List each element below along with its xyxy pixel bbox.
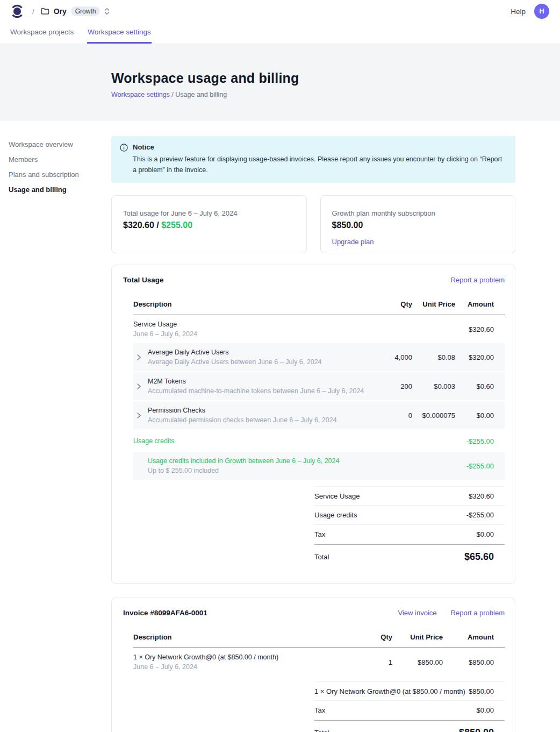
row-qty: 0 xyxy=(382,411,412,420)
col-description: Description xyxy=(133,300,382,308)
chevron-right-icon[interactable] xyxy=(133,383,148,389)
row-title: 1 × Ory Network Growth@0 (at $850.00 / m… xyxy=(133,653,278,661)
col-unit-price: Unit Price xyxy=(392,633,443,641)
col-amount: Amount xyxy=(455,300,494,308)
table-row-m2m-tokens: M2M Tokens Accumulated machine-to-machin… xyxy=(133,372,505,401)
sidebar-item-workspace-overview[interactable]: Workspace overview xyxy=(9,137,100,152)
usage-included-amount: $255.00 xyxy=(161,221,192,230)
row-unit-price: $0.003 xyxy=(412,382,455,390)
summary-row-total: Total $65.60 xyxy=(314,544,505,569)
row-title: M2M Tokens xyxy=(148,378,364,385)
invoice-card: Invoice #8099AFA6-0001 View invoice Repo… xyxy=(111,598,515,732)
row-subtitle: June 6 – July 6, 2024 xyxy=(133,330,197,338)
usage-separator: / xyxy=(154,221,161,230)
row-amount: -$255.00 xyxy=(455,437,494,445)
invoice-summary: 1 × Ory Network Growth@0 (at $850.00 / m… xyxy=(314,681,505,732)
user-avatar[interactable]: H xyxy=(534,4,549,19)
table-row-usage-credits-detail: Usage credits included in Growth between… xyxy=(133,452,505,481)
breadcrumb: Workspace settings / Usage and billing xyxy=(111,91,560,98)
total-value: $850.00 xyxy=(459,727,494,732)
row-unit-price: $0.08 xyxy=(412,353,455,361)
row-title: Usage credits xyxy=(133,437,174,445)
summary-value: $0.00 xyxy=(476,706,494,714)
summary-label: Tax xyxy=(314,706,325,714)
summary-value: -$255.00 xyxy=(466,511,494,519)
summary-value: $0.00 xyxy=(476,530,494,538)
table-row-permission-checks: Permission Checks Accumulated permission… xyxy=(133,401,505,430)
total-usage-card: Total Usage Report a problem Description… xyxy=(111,265,515,584)
total-usage-card-title: Total Usage xyxy=(123,276,164,284)
sidebar-item-plans-and-subscription[interactable]: Plans and subscription xyxy=(9,167,100,182)
total-value: $65.60 xyxy=(464,551,494,563)
view-invoice-link[interactable]: View invoice xyxy=(398,609,437,617)
total-usage-label: Total usage for June 6 – July 6, 2024 xyxy=(123,209,295,217)
row-subtitle: Up to $ 255.00 included xyxy=(148,467,339,474)
row-qty: 4,000 xyxy=(382,353,412,361)
row-subtitle: Accumulated machine-to-machine tokens be… xyxy=(148,387,364,395)
total-usage-summary-card: Total usage for June 6 – July 6, 2024 $3… xyxy=(111,195,307,253)
folder-icon xyxy=(41,8,49,15)
tab-bar: Workspace projects Workspace settings xyxy=(0,23,560,44)
chevron-right-icon[interactable] xyxy=(133,354,148,360)
workspace-name: Ory xyxy=(54,7,67,16)
summary-row-subscription: 1 × Ory Network Growth@0 (at $850.00 / m… xyxy=(314,681,505,701)
row-title: Usage credits included in Growth between… xyxy=(148,457,339,465)
table-row-usage-credits: Usage credits -$255.00 xyxy=(133,430,505,452)
row-subtitle: Accumulated permission checks between Ju… xyxy=(148,416,337,424)
row-amount: $0.00 xyxy=(455,411,494,420)
subscription-summary-card: Growth plan monthly subscription $850.00… xyxy=(320,195,516,253)
row-amount: $850.00 xyxy=(443,658,494,666)
invoice-card-title: Invoice #8099AFA6-0001 xyxy=(123,609,207,617)
breadcrumb-current: / Usage and billing xyxy=(170,91,227,98)
total-usage-value: $320.60 / $255.00 xyxy=(123,221,295,230)
notice-banner: Notice This is a preview feature for dis… xyxy=(111,136,515,183)
col-unit-price: Unit Price xyxy=(412,300,455,308)
total-label: Total xyxy=(314,553,329,561)
breadcrumb-link-workspace-settings[interactable]: Workspace settings xyxy=(111,91,170,98)
col-description: Description xyxy=(133,633,365,641)
row-unit-price: $0.000075 xyxy=(412,411,455,420)
chevron-right-icon[interactable] xyxy=(133,413,148,418)
tab-workspace-settings[interactable]: Workspace settings xyxy=(87,28,152,44)
row-title: Service Usage xyxy=(133,321,197,328)
table-row-service-usage: Service Usage June 6 – July 6, 2024 $320… xyxy=(133,315,505,343)
summary-row-service-usage: Service Usage $320.60 xyxy=(314,486,505,506)
summary-row-usage-credits: Usage credits -$255.00 xyxy=(314,506,505,525)
tab-workspace-projects[interactable]: Workspace projects xyxy=(10,28,74,44)
chevron-up-down-icon[interactable] xyxy=(104,8,110,15)
info-icon xyxy=(120,144,128,175)
ory-logo-icon[interactable] xyxy=(11,4,25,19)
summary-row-tax: Tax $0.00 xyxy=(314,525,505,544)
help-link[interactable]: Help xyxy=(511,8,526,16)
upgrade-plan-link[interactable]: Upgrade plan xyxy=(332,238,374,246)
report-problem-link[interactable]: Report a problem xyxy=(451,609,505,617)
invoice-table-header: Description Qty Unit Price Amount xyxy=(133,629,505,648)
summary-row-tax: Tax $0.00 xyxy=(314,701,505,720)
table-row-average-daily-active-users: Average Daily Active Users Average Daily… xyxy=(133,343,505,372)
summary-label: Tax xyxy=(314,530,325,538)
notice-body: This is a preview feature for displaying… xyxy=(133,154,506,175)
row-qty: 1 xyxy=(365,658,392,666)
sidebar-item-members[interactable]: Members xyxy=(9,152,100,167)
summary-label: 1 × Ory Network Growth@0 (at $850.00 / m… xyxy=(314,687,465,695)
row-qty: 200 xyxy=(382,382,412,390)
row-title: Average Daily Active Users xyxy=(148,349,322,356)
row-subtitle: Average Daily Active Users between June … xyxy=(148,358,322,366)
summary-row-total: Total $850.00 xyxy=(314,720,505,732)
notice-title: Notice xyxy=(133,143,506,151)
summary-value: $850.00 xyxy=(469,687,494,695)
total-label: Total xyxy=(314,729,329,732)
summary-label: Service Usage xyxy=(314,492,360,500)
workspace-switcher[interactable]: Ory Growth xyxy=(41,6,110,16)
invoice-table: Description Qty Unit Price Amount 1 × Or… xyxy=(133,629,505,732)
col-amount: Amount xyxy=(443,633,494,641)
row-amount: $320.00 xyxy=(455,353,494,361)
plan-badge: Growth xyxy=(71,6,100,16)
summary-label: Usage credits xyxy=(314,511,357,519)
sidebar-item-usage-and-billing[interactable]: Usage and billing xyxy=(9,182,100,197)
row-title: Permission Checks xyxy=(148,407,337,414)
subscription-label: Growth plan monthly subscription xyxy=(332,209,504,217)
report-problem-link[interactable]: Report a problem xyxy=(451,276,505,284)
usage-summary: Service Usage $320.60 Usage credits -$25… xyxy=(314,486,505,569)
page-title: Workspace usage and billing xyxy=(111,70,560,86)
